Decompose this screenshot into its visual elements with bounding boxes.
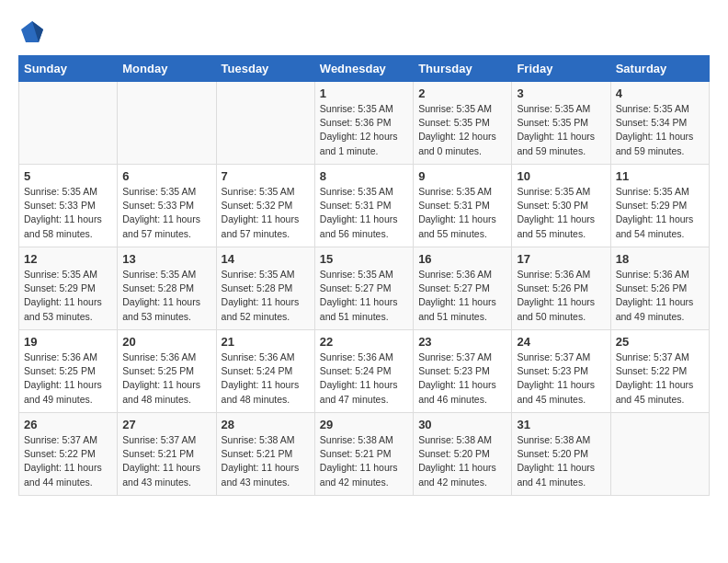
calendar-cell [118, 82, 216, 165]
day-number: 28 [222, 418, 310, 431]
calendar-cell [216, 82, 314, 165]
calendar-cell: 1Sunrise: 5:35 AM Sunset: 5:36 PM Daylig… [314, 82, 413, 165]
day-number: 5 [24, 169, 112, 183]
day-number: 24 [517, 335, 605, 349]
col-header-saturday: Saturday [610, 56, 709, 82]
day-info: Sunrise: 5:37 AM Sunset: 5:21 PM Dayligh… [122, 433, 210, 489]
day-info: Sunrise: 5:35 AM Sunset: 5:33 PM Dayligh… [24, 185, 112, 241]
day-number: 8 [320, 169, 408, 183]
day-info: Sunrise: 5:38 AM Sunset: 5:20 PM Dayligh… [418, 433, 506, 489]
calendar-cell: 26Sunrise: 5:37 AM Sunset: 5:22 PM Dayli… [19, 413, 118, 496]
calendar-row-3: 19Sunrise: 5:36 AM Sunset: 5:25 PM Dayli… [19, 330, 710, 413]
calendar-cell [19, 82, 118, 165]
calendar-cell: 22Sunrise: 5:36 AM Sunset: 5:24 PM Dayli… [314, 330, 413, 413]
day-number: 27 [122, 418, 210, 431]
day-number: 18 [616, 252, 704, 266]
day-info: Sunrise: 5:38 AM Sunset: 5:21 PM Dayligh… [320, 433, 408, 489]
col-header-tuesday: Tuesday [216, 56, 314, 82]
calendar-cell: 28Sunrise: 5:38 AM Sunset: 5:21 PM Dayli… [216, 413, 314, 496]
calendar-cell: 21Sunrise: 5:36 AM Sunset: 5:24 PM Dayli… [216, 330, 314, 413]
calendar-cell: 15Sunrise: 5:35 AM Sunset: 5:27 PM Dayli… [314, 247, 413, 330]
calendar-row-1: 5Sunrise: 5:35 AM Sunset: 5:33 PM Daylig… [19, 165, 710, 247]
day-info: Sunrise: 5:38 AM Sunset: 5:20 PM Dayligh… [517, 433, 605, 489]
day-info: Sunrise: 5:35 AM Sunset: 5:34 PM Dayligh… [616, 102, 704, 158]
day-info: Sunrise: 5:35 AM Sunset: 5:27 PM Dayligh… [320, 268, 408, 324]
day-number: 30 [418, 418, 506, 431]
day-info: Sunrise: 5:36 AM Sunset: 5:24 PM Dayligh… [222, 350, 310, 407]
col-header-friday: Friday [512, 56, 610, 82]
day-info: Sunrise: 5:35 AM Sunset: 5:28 PM Dayligh… [222, 268, 310, 324]
calendar-cell: 9Sunrise: 5:35 AM Sunset: 5:31 PM Daylig… [414, 165, 512, 247]
col-header-wednesday: Wednesday [314, 56, 413, 82]
day-number: 29 [320, 418, 408, 431]
calendar-row-2: 12Sunrise: 5:35 AM Sunset: 5:29 PM Dayli… [19, 247, 710, 330]
day-info: Sunrise: 5:35 AM Sunset: 5:35 PM Dayligh… [418, 102, 506, 158]
day-info: Sunrise: 5:35 AM Sunset: 5:35 PM Dayligh… [517, 102, 605, 158]
col-header-thursday: Thursday [414, 56, 512, 82]
calendar-cell: 31Sunrise: 5:38 AM Sunset: 5:20 PM Dayli… [512, 413, 610, 496]
calendar-cell: 29Sunrise: 5:38 AM Sunset: 5:21 PM Dayli… [314, 413, 413, 496]
page-header [18, 18, 710, 46]
calendar-table: SundayMondayTuesdayWednesdayThursdayFrid… [18, 55, 710, 496]
col-header-sunday: Sunday [19, 56, 118, 82]
day-number: 6 [122, 169, 210, 183]
day-number: 14 [222, 252, 310, 266]
day-info: Sunrise: 5:36 AM Sunset: 5:26 PM Dayligh… [517, 268, 605, 324]
day-info: Sunrise: 5:35 AM Sunset: 5:33 PM Dayligh… [122, 185, 210, 241]
day-info: Sunrise: 5:35 AM Sunset: 5:32 PM Dayligh… [222, 185, 310, 241]
day-number: 31 [517, 418, 605, 431]
calendar-cell: 14Sunrise: 5:35 AM Sunset: 5:28 PM Dayli… [216, 247, 314, 330]
day-info: Sunrise: 5:36 AM Sunset: 5:27 PM Dayligh… [418, 268, 506, 324]
calendar-cell: 20Sunrise: 5:36 AM Sunset: 5:25 PM Dayli… [118, 330, 216, 413]
calendar-cell: 24Sunrise: 5:37 AM Sunset: 5:23 PM Dayli… [512, 330, 610, 413]
day-number: 25 [616, 335, 704, 349]
day-info: Sunrise: 5:36 AM Sunset: 5:25 PM Dayligh… [24, 350, 112, 407]
calendar-cell: 17Sunrise: 5:36 AM Sunset: 5:26 PM Dayli… [512, 247, 610, 330]
day-info: Sunrise: 5:35 AM Sunset: 5:29 PM Dayligh… [24, 268, 112, 324]
calendar-cell: 25Sunrise: 5:37 AM Sunset: 5:22 PM Dayli… [610, 330, 709, 413]
logo [18, 18, 50, 46]
day-info: Sunrise: 5:37 AM Sunset: 5:23 PM Dayligh… [418, 350, 506, 407]
calendar-cell: 10Sunrise: 5:35 AM Sunset: 5:30 PM Dayli… [512, 165, 610, 247]
calendar-cell: 6Sunrise: 5:35 AM Sunset: 5:33 PM Daylig… [118, 165, 216, 247]
calendar-row-0: 1Sunrise: 5:35 AM Sunset: 5:36 PM Daylig… [19, 82, 710, 165]
day-number: 22 [320, 335, 408, 349]
day-number: 16 [418, 252, 506, 266]
calendar-cell: 30Sunrise: 5:38 AM Sunset: 5:20 PM Dayli… [414, 413, 512, 496]
day-number: 2 [418, 86, 506, 100]
day-number: 23 [418, 335, 506, 349]
day-number: 9 [418, 169, 506, 183]
calendar-cell: 27Sunrise: 5:37 AM Sunset: 5:21 PM Dayli… [118, 413, 216, 496]
day-info: Sunrise: 5:35 AM Sunset: 5:31 PM Dayligh… [320, 185, 408, 241]
day-number: 15 [320, 252, 408, 266]
day-number: 3 [517, 86, 605, 100]
day-number: 20 [122, 335, 210, 349]
calendar-cell: 2Sunrise: 5:35 AM Sunset: 5:35 PM Daylig… [414, 82, 512, 165]
day-info: Sunrise: 5:35 AM Sunset: 5:28 PM Dayligh… [122, 268, 210, 324]
calendar-cell: 7Sunrise: 5:35 AM Sunset: 5:32 PM Daylig… [216, 165, 314, 247]
day-number: 7 [222, 169, 310, 183]
day-number: 1 [320, 86, 408, 100]
day-info: Sunrise: 5:35 AM Sunset: 5:36 PM Dayligh… [320, 102, 408, 158]
day-info: Sunrise: 5:35 AM Sunset: 5:31 PM Dayligh… [418, 185, 506, 241]
day-number: 21 [222, 335, 310, 349]
calendar-cell: 8Sunrise: 5:35 AM Sunset: 5:31 PM Daylig… [314, 165, 413, 247]
calendar-cell: 16Sunrise: 5:36 AM Sunset: 5:27 PM Dayli… [414, 247, 512, 330]
day-number: 10 [517, 169, 605, 183]
calendar-cell: 11Sunrise: 5:35 AM Sunset: 5:29 PM Dayli… [610, 165, 709, 247]
day-info: Sunrise: 5:37 AM Sunset: 5:22 PM Dayligh… [616, 350, 704, 407]
day-info: Sunrise: 5:36 AM Sunset: 5:26 PM Dayligh… [616, 268, 704, 324]
calendar-cell: 12Sunrise: 5:35 AM Sunset: 5:29 PM Dayli… [19, 247, 118, 330]
day-number: 11 [616, 169, 704, 183]
calendar-cell: 19Sunrise: 5:36 AM Sunset: 5:25 PM Dayli… [19, 330, 118, 413]
calendar-cell: 23Sunrise: 5:37 AM Sunset: 5:23 PM Dayli… [414, 330, 512, 413]
day-number: 12 [24, 252, 112, 266]
calendar-row-4: 26Sunrise: 5:37 AM Sunset: 5:22 PM Dayli… [19, 413, 710, 496]
calendar-cell: 13Sunrise: 5:35 AM Sunset: 5:28 PM Dayli… [118, 247, 216, 330]
calendar-cell: 3Sunrise: 5:35 AM Sunset: 5:35 PM Daylig… [512, 82, 610, 165]
day-info: Sunrise: 5:37 AM Sunset: 5:22 PM Dayligh… [24, 433, 112, 489]
day-info: Sunrise: 5:35 AM Sunset: 5:29 PM Dayligh… [616, 185, 704, 241]
day-number: 4 [616, 86, 704, 100]
day-info: Sunrise: 5:36 AM Sunset: 5:25 PM Dayligh… [122, 350, 210, 407]
day-info: Sunrise: 5:37 AM Sunset: 5:23 PM Dayligh… [517, 350, 605, 407]
